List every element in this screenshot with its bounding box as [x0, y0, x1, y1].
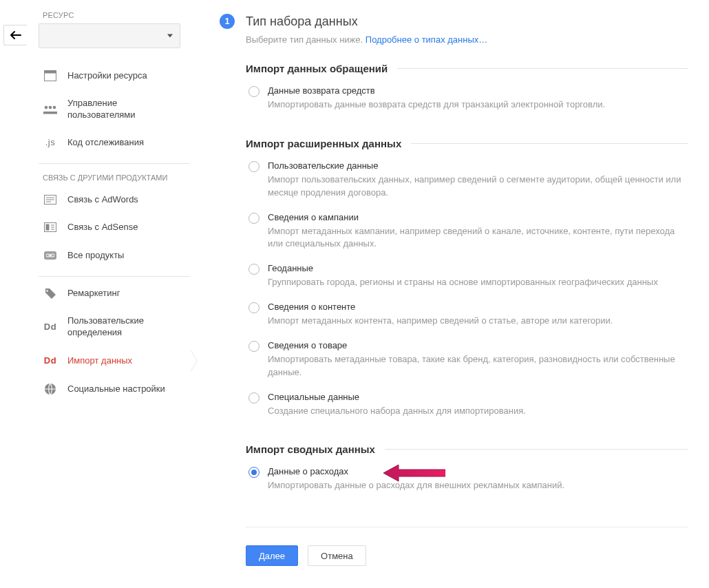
step-badge: 1 — [220, 14, 235, 29]
products-section-label: СВЯЗЬ С ДРУГИМИ ПРОДУКТАМИ — [43, 174, 190, 182]
radio-icon — [248, 302, 260, 313]
option-title: Сведения о товаре — [268, 340, 688, 350]
back-arrow-icon — [10, 30, 22, 40]
radio-icon — [248, 86, 260, 97]
group-title: Импорт расширенных данных — [246, 138, 401, 149]
option-desc: Импорт метаданных контента, например све… — [268, 315, 688, 328]
option-cost[interactable]: Данные о расходах Импортировать данные о… — [246, 463, 688, 502]
adsense-icon — [43, 222, 58, 232]
radio-icon — [248, 264, 260, 275]
nav-custom-definitions[interactable]: Dd Пользовательские определения — [39, 307, 190, 347]
option-desc: Импорт метаданных кампании, например све… — [268, 225, 688, 251]
divider — [397, 68, 688, 69]
subtitle-text: Выберите тип данных ниже. — [246, 34, 366, 45]
group-hits: Импорт данных обращений Данные возврата … — [246, 63, 688, 121]
nav-social[interactable]: Социальные настройки — [39, 375, 190, 403]
option-title: Пользовательские данные — [268, 160, 688, 171]
radio-icon — [248, 213, 260, 224]
svg-point-2 — [45, 105, 48, 109]
option-title: Сведения о контенте — [268, 302, 688, 312]
divider — [411, 143, 688, 144]
radio-icon — [248, 161, 260, 172]
option-custom[interactable]: Специальные данные Создание специального… — [246, 389, 688, 428]
link-icon — [43, 251, 58, 260]
next-button[interactable]: Далее — [246, 545, 298, 566]
option-desc: Создание специального набора данных для … — [268, 405, 688, 418]
nav-label: Все продукты — [67, 250, 184, 261]
nav-label: Социальные настройки — [67, 384, 184, 395]
option-user[interactable]: Пользовательские данные Импорт пользоват… — [246, 158, 688, 209]
svg-rect-11 — [46, 224, 50, 231]
option-geo[interactable]: Геоданные Группировать города, регионы и… — [246, 260, 688, 299]
learn-more-link[interactable]: Подробнее о типах данных… — [366, 34, 488, 45]
option-refund[interactable]: Данные возврата средств Импортировать да… — [246, 83, 688, 121]
group-extended: Импорт расширенных данных Пользовательск… — [246, 138, 688, 428]
nav-label: Импорт данных — [67, 355, 184, 366]
nav-label: Настройки ресурса — [67, 70, 184, 81]
tag-icon — [43, 288, 58, 299]
nav-remarketing[interactable]: Ремаркетинг — [39, 280, 190, 307]
back-button[interactable] — [3, 25, 27, 45]
option-title: Геоданные — [268, 263, 688, 273]
option-title: Данные о расходах — [268, 466, 688, 476]
js-icon: .js — [43, 137, 58, 147]
left-sidebar: РЕСУРС Настройки ресурса Управление поль… — [39, 8, 193, 403]
nav-adsense[interactable]: Связь с AdSense — [39, 213, 190, 241]
nav-data-import[interactable]: Dd Импорт данных — [39, 347, 190, 375]
group-title: Импорт сводных данных — [246, 443, 375, 455]
svg-point-4 — [53, 105, 56, 109]
panel-title: РЕСУРС — [43, 11, 193, 19]
cancel-button[interactable]: Отмена — [308, 545, 366, 566]
step-title: Тип набора данных — [246, 14, 358, 29]
option-title: Сведения о кампании — [268, 212, 688, 222]
nav-resource-settings[interactable]: Настройки ресурса — [39, 62, 190, 90]
svg-rect-5 — [43, 112, 57, 114]
dd-icon: Dd — [43, 355, 58, 366]
users-icon — [43, 105, 58, 114]
dd-icon: Dd — [43, 322, 58, 332]
adwords-icon — [43, 195, 58, 204]
globe-icon — [43, 383, 58, 395]
radio-icon — [248, 341, 260, 352]
group-summary: Импорт сводных данных Данные о расходах … — [246, 443, 688, 502]
radio-icon — [248, 467, 260, 478]
resource-dropdown[interactable] — [39, 23, 180, 48]
option-title: Специальные данные — [268, 392, 688, 402]
chevron-down-icon — [167, 34, 173, 38]
svg-point-15 — [46, 290, 48, 292]
option-product[interactable]: Сведения о товаре Импортировать метаданн… — [246, 337, 688, 389]
nav-all-products[interactable]: Все продукты — [39, 242, 190, 269]
option-title: Данные возврата средств — [268, 85, 688, 96]
svg-point-3 — [49, 105, 52, 109]
radio-icon — [248, 392, 260, 403]
nav-label: Пользовательские определения — [67, 315, 184, 339]
divider — [385, 449, 688, 450]
svg-rect-1 — [45, 71, 56, 74]
nav-label: Код отслеживания — [67, 137, 184, 148]
settings-page-icon — [43, 70, 58, 81]
nav-label: Ремаркетинг — [67, 288, 184, 299]
nav-label: Связь с AdWords — [67, 194, 184, 205]
group-title: Импорт данных обращений — [246, 63, 388, 74]
option-desc: Импортировать данные о расходах для внеш… — [268, 479, 688, 492]
option-desc: Импорт пользовательских данных, например… — [268, 174, 688, 200]
main-content: 1 Тип набора данных Выберите тип данных … — [207, 0, 709, 587]
option-content[interactable]: Сведения о контенте Импорт метаданных ко… — [246, 299, 688, 337]
nav-adwords[interactable]: Связь с AdWords — [39, 186, 190, 213]
nav-label: Связь с AdSense — [67, 222, 184, 233]
option-campaign[interactable]: Сведения о кампании Импорт метаданных ка… — [246, 209, 688, 261]
nav-user-management[interactable]: Управление пользователями — [39, 90, 190, 129]
option-desc: Импортировать метаданные товара, такие к… — [268, 353, 688, 379]
nav-tracking-code[interactable]: .js Код отслеживания — [39, 129, 190, 156]
nav-label: Управление пользователями — [67, 98, 184, 120]
option-desc: Группировать города, регионы и страны на… — [268, 276, 688, 289]
option-desc: Импортировать данные возврата средств дл… — [268, 98, 688, 112]
